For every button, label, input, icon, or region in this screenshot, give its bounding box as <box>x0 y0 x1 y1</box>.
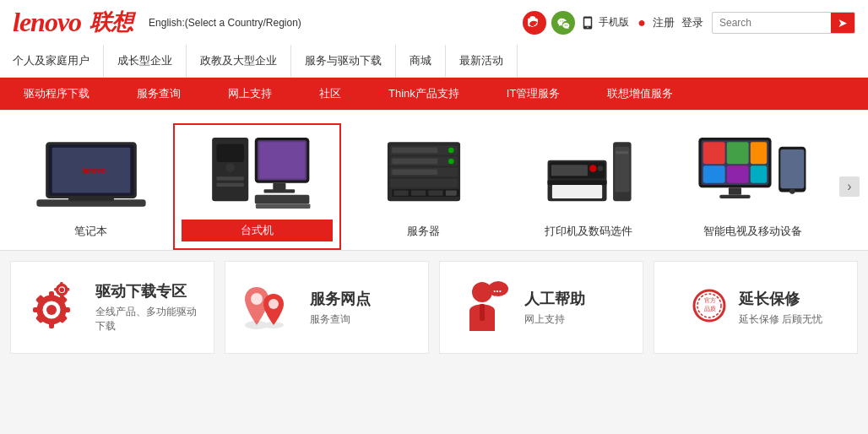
svg-rect-49 <box>726 165 748 182</box>
auth-links: ● 注册 登录 <box>637 15 703 30</box>
service-warranty-desc: 延长保修 后顾无忧 <box>739 312 844 327</box>
svg-text:lenovo: lenovo <box>82 166 106 175</box>
product-tv[interactable]: 智能电视及移动设备 <box>670 125 835 248</box>
nav-item-enterprise[interactable]: 政教及大型企业 <box>187 45 291 77</box>
subnav-service-query[interactable]: 服务查询 <box>113 78 204 110</box>
nav-item-shop[interactable]: 商城 <box>396 45 446 77</box>
service-driver-text: 驱动下载专区 全线产品、多功能驱动下载 <box>95 281 201 334</box>
svg-text:...: ... <box>493 283 502 295</box>
product-printer[interactable]: 打印机及数码选件 <box>506 125 670 248</box>
nav-item-smb[interactable]: 成长型企业 <box>104 45 187 77</box>
mobile-menu[interactable]: 手机版 <box>580 15 629 30</box>
nav-item-service[interactable]: 服务与驱动下载 <box>291 45 396 77</box>
service-driver-desc: 全线产品、多功能驱动下载 <box>95 305 201 334</box>
svg-rect-69 <box>60 293 63 297</box>
service-network-desc: 服务查询 <box>310 312 415 327</box>
svg-rect-14 <box>273 183 285 191</box>
gear-icon <box>24 279 83 336</box>
svg-rect-17 <box>255 204 310 209</box>
svg-rect-13 <box>259 142 305 178</box>
printer-label: 打印机及数码选件 <box>536 221 641 241</box>
svg-rect-46 <box>726 142 748 164</box>
svg-rect-45 <box>703 142 724 164</box>
svg-rect-50 <box>750 165 766 182</box>
svg-rect-35 <box>551 165 587 176</box>
laptop-image: lenovo <box>32 132 150 216</box>
sub-nav: 驱动程序下载 服务查询 网上支持 社区 Think产品支持 IT管理服务 联想增… <box>0 78 868 110</box>
svg-rect-9 <box>216 176 243 180</box>
service-driver-title: 驱动下载专区 <box>95 281 201 301</box>
search-button[interactable]: ➤ <box>831 13 854 33</box>
subnav-think[interactable]: Think产品支持 <box>365 78 483 110</box>
server-label: 服务器 <box>399 221 448 241</box>
svg-rect-47 <box>750 142 766 164</box>
logo-lenovo: lenovo <box>13 7 81 38</box>
svg-rect-26 <box>392 159 437 164</box>
subnav-online-support[interactable]: 网上支持 <box>204 78 296 110</box>
service-warranty-text: 延长保修 延长保修 后顾无忧 <box>739 289 844 327</box>
svg-rect-37 <box>551 185 601 198</box>
svg-rect-52 <box>719 195 751 198</box>
svg-rect-70 <box>54 288 58 291</box>
service-network[interactable]: 服务网点 服务查询 <box>225 261 429 354</box>
svg-point-67 <box>59 287 64 292</box>
service-help-title: 人工帮助 <box>524 289 630 309</box>
svg-rect-32 <box>445 190 456 195</box>
language-selector[interactable]: English:(Select a Country/Region) <box>149 17 301 29</box>
main-nav: 个人及家庭用户 成长型企业 政教及大型企业 服务与驱动下载 商城 最新活动 <box>0 45 868 78</box>
svg-rect-7 <box>216 144 243 162</box>
svg-rect-36 <box>547 181 606 185</box>
svg-rect-54 <box>780 149 804 188</box>
social-icons: 手机版 <box>523 11 629 35</box>
products-next-arrow[interactable]: › <box>839 176 860 197</box>
svg-point-38 <box>589 165 597 172</box>
service-warranty-title: 延长保修 <box>739 289 844 309</box>
svg-point-73 <box>251 293 263 305</box>
wechat-icon[interactable] <box>551 11 575 35</box>
svg-rect-71 <box>65 288 69 291</box>
subnav-it[interactable]: IT管理服务 <box>483 78 584 110</box>
logo-chinese: 联想 <box>90 8 133 37</box>
nav-item-activity[interactable]: 最新活动 <box>446 45 518 77</box>
svg-rect-22 <box>390 178 458 187</box>
nav-item-personal[interactable]: 个人及家庭用户 <box>13 45 104 77</box>
product-desktop[interactable]: 台式机 <box>173 123 341 250</box>
svg-point-24 <box>448 159 453 164</box>
weibo-icon[interactable] <box>523 11 546 35</box>
svg-rect-48 <box>703 165 724 182</box>
register-link[interactable]: 注册 <box>653 15 675 30</box>
service-warranty[interactable]: 官方 品质 延长保修 延长保修 后顾无忧 <box>654 261 858 354</box>
svg-rect-51 <box>728 187 741 195</box>
svg-rect-58 <box>49 291 54 300</box>
products-section: lenovo 笔记本 <box>0 111 868 250</box>
svg-rect-61 <box>62 307 70 312</box>
tv-label: 智能电视及移动设备 <box>695 221 811 241</box>
product-server[interactable]: 服务器 <box>341 125 506 248</box>
svg-rect-31 <box>428 190 442 195</box>
mobile-label: 手机版 <box>599 15 629 30</box>
service-help-text: 人工帮助 网上支持 <box>524 289 630 327</box>
user-icon: ● <box>637 15 646 30</box>
login-link[interactable]: 登录 <box>681 15 703 30</box>
svg-rect-29 <box>393 190 408 195</box>
desktop-label: 台式机 <box>182 220 333 241</box>
subnav-value[interactable]: 联想增值服务 <box>583 78 697 110</box>
svg-point-55 <box>789 188 795 193</box>
person-icon: ... <box>453 279 512 336</box>
svg-rect-5 <box>68 197 114 201</box>
service-help[interactable]: ... 人工帮助 网上支持 <box>439 261 643 354</box>
service-network-title: 服务网点 <box>310 289 415 309</box>
svg-text:品质: 品质 <box>704 306 716 312</box>
svg-rect-16 <box>254 195 309 204</box>
map-icon <box>238 279 297 336</box>
subnav-community[interactable]: 社区 <box>296 78 365 110</box>
svg-point-8 <box>225 163 235 172</box>
svg-point-23 <box>448 148 453 153</box>
product-laptop[interactable]: lenovo 笔记本 <box>8 125 173 248</box>
search-input[interactable] <box>713 15 831 30</box>
service-driver[interactable]: 驱动下载专区 全线产品、多功能驱动下载 <box>10 261 214 354</box>
svg-text:官方: 官方 <box>704 297 716 303</box>
laptop-label: 笔记本 <box>66 221 116 241</box>
subnav-driver[interactable]: 驱动程序下载 <box>0 78 113 110</box>
svg-rect-59 <box>49 320 54 328</box>
